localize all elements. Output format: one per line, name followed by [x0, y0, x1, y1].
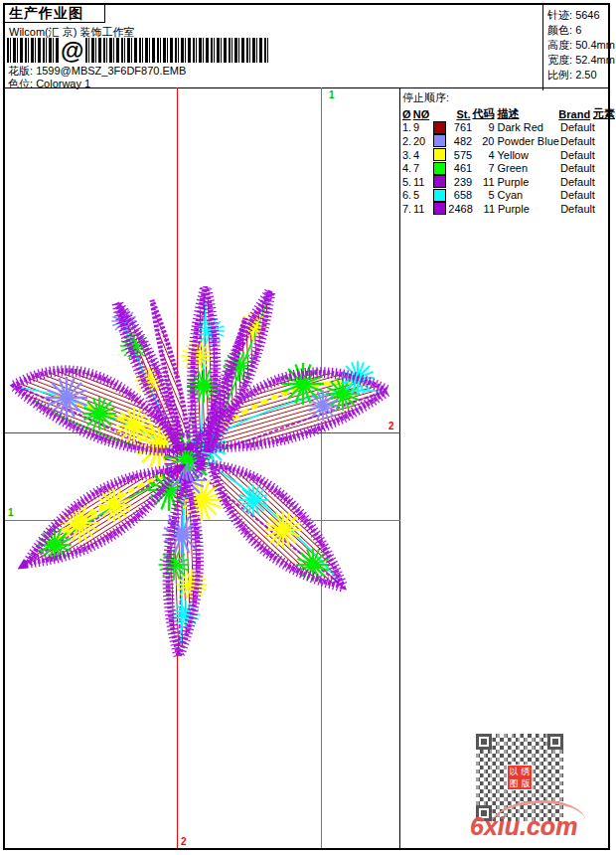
- cell-brand: Default: [560, 203, 595, 215]
- cell-stitches: 2468: [448, 203, 474, 215]
- start-marker-top: 1: [329, 90, 335, 100]
- col-brand: Brand: [558, 108, 590, 120]
- stop-sequence-title: 停止顺序:: [402, 90, 609, 105]
- cell-description: Purple: [498, 203, 560, 215]
- cell-order: 4.: [402, 162, 413, 174]
- cell-brand: Default: [560, 162, 596, 174]
- cell-description: Yellow: [498, 149, 560, 161]
- watermark: 6xiu.com: [468, 804, 591, 848]
- header-separator: [5, 87, 608, 88]
- seal-char: 以: [508, 766, 520, 777]
- cell-needle: 11: [413, 176, 433, 188]
- cell-brand: Default: [560, 176, 596, 188]
- page-title: 生产作业图: [9, 5, 83, 23]
- barcode-at-glyph: @: [59, 38, 85, 63]
- table-row: 1. 9 761 9 Dark Red Default: [402, 121, 609, 135]
- design-file-label: 花版:: [8, 65, 33, 77]
- seal-char: 图: [508, 777, 520, 789]
- stat-label: 高度:: [547, 39, 572, 51]
- color-swatch: [433, 134, 446, 147]
- barcode-bars-right: [85, 38, 270, 63]
- cell-description: Dark Red: [498, 121, 560, 133]
- seal-char: 版: [520, 777, 532, 789]
- cell-stitches: 461: [449, 162, 475, 174]
- qr-finder-top-right: [547, 734, 563, 750]
- cell-needle: 11: [413, 203, 433, 215]
- cell-order: 1.: [402, 121, 413, 133]
- right-column-divider: [399, 87, 400, 848]
- barcode-bars-left: [7, 38, 59, 63]
- cell-needle: 9: [413, 121, 433, 133]
- cell-code: 4: [474, 149, 497, 161]
- color-swatch: [433, 189, 446, 202]
- cell-needle: 4: [413, 149, 433, 161]
- col-code: 代码: [472, 107, 494, 119]
- cell-order: 5.: [402, 176, 413, 188]
- colorway-line: 色位: Colorway 1: [8, 77, 90, 91]
- table-row: 5. 11 239 11 Purple Default: [402, 175, 609, 189]
- cell-code: 5: [474, 189, 497, 201]
- cell-needle: 7: [413, 162, 433, 174]
- cell-brand: Default: [560, 135, 596, 147]
- stat-label: 颜色:: [547, 24, 572, 36]
- cell-brand: Default: [560, 189, 596, 201]
- cell-stitches: 239: [449, 176, 475, 188]
- stat-value: 5646: [575, 9, 599, 21]
- cell-needle: 20: [413, 135, 433, 147]
- seal-char: 绣: [520, 766, 532, 777]
- color-swatch: [433, 148, 446, 161]
- watermark-text: 6xiu.com: [470, 812, 577, 841]
- stat-value: 52.4mm: [575, 54, 615, 66]
- table-row: 2. 20 482 20 Powder Blue Default: [402, 134, 609, 148]
- qr-finder-top-left: [476, 734, 492, 750]
- color-swatch: [433, 121, 446, 134]
- worksheet-sheet: 生产作业图 Wilcom(汇 京) 装饰工作室 @ 花版: 1599@MBSZ_…: [3, 3, 610, 850]
- table-row: 6. 5 658 5 Cyan Default: [402, 189, 609, 203]
- stop-sequence-header: Ø NØ St. 代码 描述 Brand 元素: [402, 107, 609, 121]
- table-row: 7. 11 2468 11 Purple Default: [402, 202, 609, 216]
- barcode: @: [7, 38, 270, 63]
- stat-colors: 颜色: 6: [547, 23, 613, 38]
- col-description: 描述: [497, 107, 519, 119]
- cell-stitches: 575: [449, 149, 475, 161]
- stat-stitches: 针迹: 5646: [547, 8, 613, 23]
- stat-scale: 比例: 2.50: [547, 68, 613, 83]
- color-swatch: [433, 162, 446, 175]
- cell-description: Cyan: [498, 189, 560, 201]
- embroidery-design: [5, 286, 398, 676]
- end-marker-bottom: 2: [181, 837, 187, 847]
- cell-brand: Default: [560, 121, 596, 133]
- cell-order: 6.: [402, 189, 413, 201]
- cell-description: Powder Blue: [498, 135, 560, 147]
- cell-code: 9: [474, 121, 497, 133]
- col-element: 元素: [593, 107, 615, 119]
- stat-value: 50.4mm: [575, 39, 615, 51]
- cell-brand: Default: [560, 149, 596, 161]
- cell-stitches: 482: [449, 135, 475, 147]
- table-row: 4. 7 461 7 Green Default: [402, 161, 609, 175]
- cell-code: 11: [475, 203, 498, 215]
- stat-label: 比例:: [547, 69, 572, 81]
- color-swatch: [433, 202, 446, 215]
- cell-order: 2.: [402, 135, 413, 147]
- cell-order: 7.: [402, 203, 413, 215]
- production-worksheet-page: { "palette": { "purple_stitch": "#9f00d7…: [0, 0, 616, 855]
- col-needle: NØ: [413, 108, 430, 120]
- cell-description: Purple: [498, 176, 560, 188]
- cell-description: Green: [498, 162, 560, 174]
- cell-needle: 5: [413, 189, 433, 201]
- col-order: Ø: [402, 108, 411, 120]
- color-swatch: [433, 175, 446, 188]
- design-file-value: 1599@MBSZ_3F6DF870.EMB: [36, 65, 186, 77]
- stop-sequence-panel: 停止顺序: Ø NØ St. 代码 描述 Brand 元素 1. 9 761 9…: [402, 90, 609, 216]
- stat-label: 针迹:: [547, 9, 572, 21]
- cell-stitches: 658: [449, 189, 475, 201]
- cell-code: 11: [474, 176, 497, 188]
- col-stitches: St.: [456, 108, 470, 120]
- stats-panel: 针迹: 5646 颜色: 6 高度: 50.4mm 宽度: 52.4mm 比例:…: [542, 5, 613, 90]
- qr-seal: 以 绣 图 版: [507, 765, 533, 790]
- stat-width: 宽度: 52.4mm: [547, 53, 613, 68]
- stat-value: 6: [575, 24, 581, 36]
- cell-stitches: 761: [449, 121, 475, 133]
- cell-code: 20: [474, 135, 497, 147]
